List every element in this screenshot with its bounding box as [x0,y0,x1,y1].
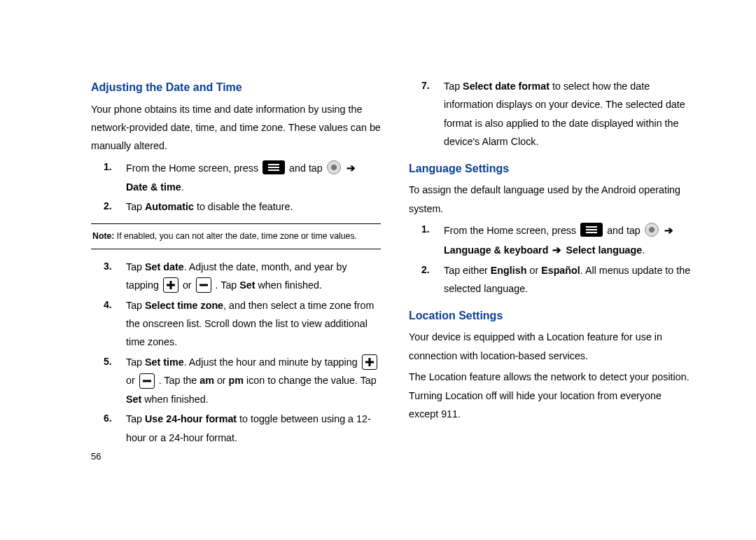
bold-text: Set [239,279,255,291]
text: Tap either [444,265,491,276]
bold-text: Select time zone [145,300,223,311]
note-block: Note: If enabled, you can not alter the … [91,223,381,249]
text: . Tap the [159,375,200,386]
bold-text: Select date format [463,81,550,92]
arrow-right-icon: ➔ [552,244,561,256]
plus-icon [362,354,377,370]
text: Tap [126,201,145,212]
text: . [642,244,645,256]
bold-text: Language & keyboard [444,244,548,256]
text: Tap [126,413,145,424]
note-label: Note: [92,231,114,241]
settings-gear-icon [645,223,659,237]
text: and tap [289,162,326,174]
step-1: From the Home screen, press and tap ➔ Da… [122,158,381,196]
text: icon to change the value. Tap [244,375,377,386]
right-column: Tap Select date format to select how the… [409,77,693,540]
text: . Tap [216,279,240,291]
steps-list: From the Home screen, press and tap ➔ Da… [91,158,381,216]
menu-icon [580,223,603,237]
text: or [183,279,195,291]
step-5: Tap Set time. Adjust the hour and minute… [122,353,381,408]
text: when finished. [141,394,208,405]
bold-text: am [200,375,214,386]
text: . Adjust the hour and minute by tapping [184,356,360,368]
text: or [214,375,229,386]
steps-list-cont: Tap Set date. Adjust the date, month, an… [91,258,381,447]
bold-text: pm [229,375,244,386]
loc-p2: The Location feature allows the network … [409,368,693,423]
text: From the Home screen, press [126,162,261,174]
bold-text: Español [541,265,580,276]
bold-text: Select language [566,244,642,256]
text: and tap [607,225,643,236]
text: Tap [444,81,463,92]
text: when finished. [255,279,322,291]
note-text: If enabled, you can not alter the date, … [114,231,357,241]
text: From the Home screen, press [444,225,579,236]
step-3: Tap Set date. Adjust the date, month, an… [122,258,381,295]
heading-language: Language Settings [409,158,693,179]
text: Tap [126,261,145,272]
text: Tap [126,300,145,311]
arrow-right-icon: ➔ [664,224,673,236]
heading-location: Location Settings [409,305,693,326]
settings-gear-icon [327,160,341,174]
text: to disable the feature. [194,201,293,212]
bold-text: English [491,265,527,276]
intro-paragraph: Your phone obtains its time and date inf… [91,100,381,155]
plus-icon [163,277,178,293]
bold-text: Automatic [145,201,194,212]
steps-list-right: Tap Select date format to select how the… [409,77,693,151]
bold-text: Set date [145,261,184,272]
page-number: 56 [91,451,101,462]
bold-text: Use 24-hour format [145,413,237,424]
minus-icon [196,277,211,293]
bold-text: Set [126,394,141,405]
arrow-right-icon: ➔ [346,162,356,174]
bold-text: Date & time [126,181,181,193]
step-2: Tap Automatic to disable the feature. [122,198,381,216]
text: . [181,181,184,193]
left-column: Adjusting the Date and Time Your phone o… [91,77,381,540]
text: or [526,265,541,276]
menu-icon [262,160,285,174]
loc-p1: Your device is equipped with a Location … [409,328,693,365]
heading-date-time: Adjusting the Date and Time [91,77,381,98]
step-6: Tap Use 24-hour format to toggle between… [122,410,381,447]
step-7: Tap Select date format to select how the… [440,77,693,151]
lang-step-1: From the Home screen, press and tap ➔ La… [440,221,693,260]
text: or [126,375,138,386]
manual-page: Adjusting the Date and Time Your phone o… [0,0,756,540]
minus-icon [139,373,155,389]
lang-steps: From the Home screen, press and tap ➔ La… [409,221,693,298]
step-4: Tap Select time zone, and then select a … [122,296,381,352]
bold-text: Set time [145,356,184,368]
text: Tap [126,356,145,368]
lang-intro: To assign the default language used by t… [409,181,693,218]
lang-step-2: Tap either English or Español. All menus… [440,261,693,298]
